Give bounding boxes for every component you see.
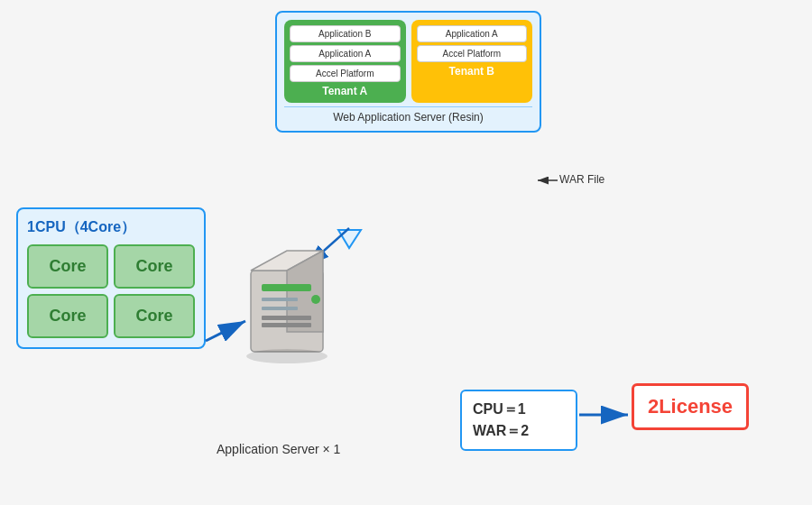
app-server-label: Application Server × 1 [217, 442, 340, 456]
core-box-4: Core [114, 294, 195, 338]
cpu-title: 1CPU（4Core） [27, 218, 195, 237]
svg-marker-0 [338, 230, 361, 248]
core-box-1: Core [27, 244, 108, 289]
accel-platform-tb: Accel Platform [417, 45, 528, 62]
cpu-line: CPU＝1 [473, 399, 565, 420]
was-title: Web Application Server (Resin) [284, 106, 532, 124]
tenant-a-box: Application B Application A Accel Platfo… [284, 20, 406, 103]
war-line: WAR＝2 [473, 420, 565, 442]
accel-platform-ta: Accel Platform [290, 65, 401, 82]
svg-rect-16 [262, 316, 311, 320]
svg-point-18 [246, 349, 328, 363]
was-box: Application B Application A Accel Platfo… [275, 11, 541, 133]
svg-line-6 [307, 228, 349, 266]
war-file-label: WAR File [559, 173, 604, 186]
svg-point-15 [311, 295, 320, 304]
tenant-b-label: Tenant B [417, 65, 528, 78]
license-text: 2License [648, 395, 733, 418]
cpu-box: 1CPU（4Core） Core Core Core Core [16, 207, 206, 349]
svg-rect-12 [262, 284, 311, 291]
svg-marker-11 [287, 251, 323, 332]
tenant-a-label: Tenant A [290, 85, 401, 97]
tenant-b-box: Application A Accel Platform Tenant B [411, 20, 533, 103]
svg-rect-14 [262, 307, 298, 310]
app-a-label-ta: Application A [290, 45, 401, 62]
svg-rect-17 [262, 323, 311, 327]
core-box-3: Core [27, 294, 108, 338]
svg-line-5 [206, 321, 245, 341]
svg-rect-9 [251, 271, 323, 352]
app-b-label: Application B [290, 25, 401, 42]
svg-rect-13 [262, 298, 298, 301]
cores-grid: Core Core Core Core [27, 244, 195, 338]
app-a-label-tb: Application A [417, 25, 528, 42]
license-box: 2License [632, 383, 749, 430]
info-box: CPU＝1 WAR＝2 [460, 390, 577, 451]
svg-marker-10 [251, 251, 323, 271]
core-box-2: Core [114, 244, 195, 289]
diagram-area: Application B Application A Accel Platfo… [0, 0, 812, 505]
tenants-row: Application B Application A Accel Platfo… [284, 20, 532, 103]
